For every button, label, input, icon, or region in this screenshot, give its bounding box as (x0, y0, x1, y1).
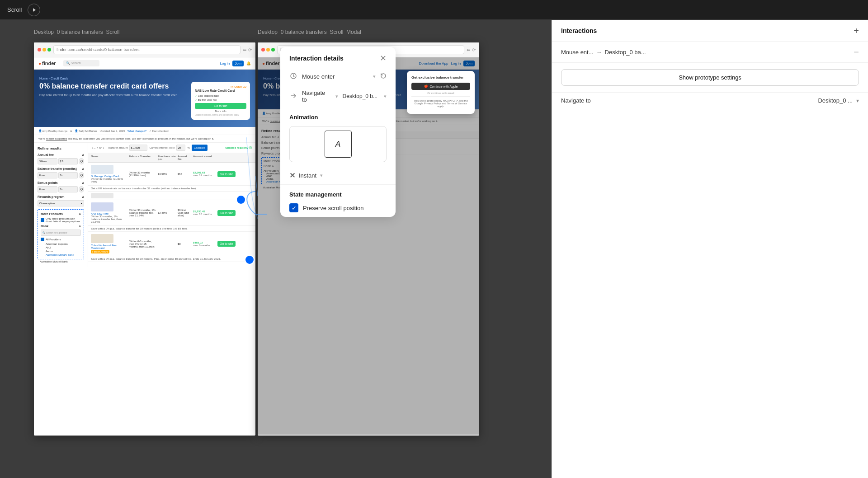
remove-interaction-button[interactable]: − (854, 47, 859, 57)
table-header-left: Name Balance Transfer Purchase rate p.a.… (88, 153, 255, 163)
navigate-to-label: Navigate to (561, 97, 591, 104)
action-label: Navigate to (302, 89, 331, 103)
toolbar: Scroll (0, 0, 868, 20)
finder-logo-left: ● finder (38, 61, 56, 66)
browser-dots-left (38, 48, 51, 52)
details-title: Interaction details (289, 55, 344, 62)
website-content-left: ● finder 🔍 Search Log in Join 🔔 (34, 57, 255, 435)
search-bar-left: 🔍 Search (63, 60, 99, 66)
frame-right-label: Desktop_0 balance transfers_Scroll_Modal (258, 29, 361, 35)
expand-dot-r (271, 48, 275, 52)
browser-nav-left: ⬅⟳ (243, 47, 252, 52)
main-area: Desktop_0 balance transfers_Scroll Deskt… (0, 20, 868, 478)
preserve-scroll-row: ✓ Preserve scroll position (289, 203, 387, 212)
check-icon: ✓ (292, 205, 297, 211)
details-close-button[interactable]: ✕ (380, 54, 387, 62)
interaction-item-1: Mouse ent... → Desktop_0 ba... − (552, 42, 868, 63)
disclaimer-left: We're reader-supported and may be paid w… (34, 135, 255, 143)
arrow-navigate-icon (289, 93, 297, 100)
table-area-left: 1 - 7 of 7 Transfer amount $ 1,500 Curre… (88, 143, 255, 267)
show-prototype-settings-button[interactable]: Show prototype settings (561, 69, 859, 86)
interactions-panel-title: Interactions (561, 27, 597, 34)
animation-preview: A (289, 126, 387, 162)
target-label: Desktop_0 b... (343, 93, 377, 99)
modal-card-right: Get exclusive balance transfer 🍎 Continu… (407, 71, 475, 114)
toolbar-title: Scroll (7, 6, 22, 13)
animation-preview-inner: A (325, 131, 352, 158)
author-bar-left: 👤 Amy Bradley-George & 👤 Sally McMullen … (34, 127, 255, 135)
connector-dot-2 (245, 255, 255, 265)
interaction-to-text: Desktop_0 ba... (605, 49, 646, 56)
timing-label: Instant (299, 172, 316, 179)
interactions-header: Interactions + (552, 20, 868, 42)
right-panel: Interactions + Mouse ent... → Desktop_0 … (552, 20, 868, 478)
close-dot-r (261, 48, 265, 52)
navigate-target-label: Desktop_0 ... (818, 97, 853, 104)
details-header: Interaction details ✕ (280, 47, 396, 68)
compare-btn-1-left[interactable] (91, 193, 113, 198)
selection-box-left: More Products ∧ Only show products with … (38, 209, 84, 259)
finder-nav-left: ● finder 🔍 Search Log in Join 🔔 (34, 57, 255, 70)
frame-left: finder.com.au/credit-cards/0-balance-tra… (34, 42, 255, 436)
timing-chevron-icon: ▾ (320, 173, 323, 178)
canvas-area: Desktop_0 balance transfers_Scroll Deskt… (0, 20, 552, 478)
table-controls-left: 1 - 7 of 7 Transfer amount $ 1,500 Curre… (88, 143, 255, 153)
svg-marker-0 (33, 8, 36, 12)
table-row-1-left: St George Vertigo Card... 0% for 32 mont… (88, 163, 255, 186)
minimize-dot (42, 48, 46, 52)
navigate-chevron-icon: ▾ (856, 98, 859, 104)
promo-card-left: PROMOTED NAB Low Rate Credit Card ✓Low o… (191, 82, 250, 120)
go-to-site-3-left[interactable]: Go to site (217, 241, 236, 247)
interaction-arrow-icon: → (596, 49, 602, 56)
trigger-chevron-icon: ▾ (373, 74, 376, 80)
nav-actions-left: Log in Join 🔔 (220, 61, 251, 66)
browser-chrome-left: finder.com.au/credit-cards/0-balance-tra… (34, 42, 255, 57)
trigger-row: Mouse enter ▾ (280, 68, 396, 85)
navigate-to-row: Navigate to Desktop_0 ... ▾ (552, 92, 868, 108)
hero-text-left: Pay zero interest for up to 36 months an… (39, 93, 188, 98)
state-management-section: State management ✓ Preserve scroll posit… (280, 184, 396, 217)
add-interaction-button[interactable]: + (854, 26, 859, 35)
filters-sidebar-left: Refine results Annual fee ∧ $ From $ To … (34, 143, 88, 267)
browser-nav-right: ⬅⟳ (467, 47, 476, 52)
close-dot (38, 48, 41, 52)
cross-icon: ✕ (289, 171, 295, 180)
action-row: Navigate to ▾ Desktop_0 b... ▾ (280, 85, 396, 108)
target-chevron-icon: ▾ (384, 94, 387, 99)
url-bar-left: finder.com.au/credit-cards/0-balance-tra… (53, 45, 241, 54)
browser-dots-right (261, 48, 275, 52)
calculate-btn-left[interactable]: Calculate (192, 145, 208, 151)
state-title: State management (289, 191, 387, 198)
trigger-label: Mouse enter (302, 73, 368, 80)
go-to-site-promo[interactable]: Go to site (195, 103, 246, 109)
refresh-icon[interactable] (380, 73, 387, 80)
table-row-3-left: Coles No Annual Fee Mastercard Finder Aw… (88, 232, 255, 256)
finder-hero-left: Home › Credit Cards 0% balance transfer … (34, 70, 255, 127)
modal-title: Get exclusive balance transfer (411, 75, 470, 80)
go-to-site-1-left[interactable]: Go to site (217, 171, 236, 177)
action-chevron-icon: ▾ (335, 94, 338, 99)
hero-heading-left: 0% balance transfer credit card offers (39, 82, 188, 90)
interaction-from-text: Mouse ent... (561, 49, 594, 56)
connector-dot-1 (236, 195, 246, 205)
interaction-details-panel: Interaction details ✕ Mouse enter ▾ (280, 47, 396, 217)
go-to-site-2-left[interactable]: Go to site (217, 210, 236, 216)
animation-section: Animation A (280, 108, 396, 167)
preserve-scroll-checkbox[interactable]: ✓ (289, 203, 298, 212)
main-content-left: Refine results Annual fee ∧ $ From $ To … (34, 143, 255, 267)
animation-title: Animation (289, 114, 387, 121)
table-row-2-left: ANZ Low Rate 0% for 30 months, 1% balanc… (88, 200, 255, 226)
minimize-dot-r (266, 48, 270, 52)
frame-left-label: Desktop_0 balance transfers_Scroll (34, 29, 119, 35)
clock-icon (289, 73, 297, 80)
preserve-scroll-label: Preserve scroll position (303, 205, 363, 211)
expand-dot (47, 48, 51, 52)
apple-btn[interactable]: 🍎 Continue with Apple (411, 83, 470, 90)
play-button[interactable] (28, 4, 40, 16)
timing-row: ✕ Instant ▾ (280, 167, 396, 184)
